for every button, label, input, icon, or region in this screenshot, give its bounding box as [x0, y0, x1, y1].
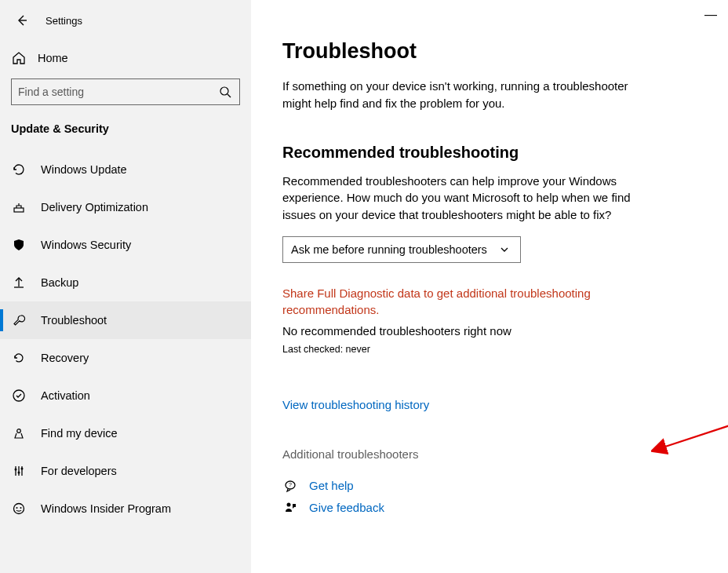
wrench-icon: [11, 312, 27, 328]
sidebar-item-label: Delivery Optimization: [41, 201, 148, 214]
main-content: — Troubleshoot If something on your devi…: [251, 0, 728, 573]
intro-text: If something on your device isn't workin…: [282, 78, 651, 112]
window-title: Settings: [46, 15, 82, 27]
svg-point-20: [287, 502, 291, 506]
svg-point-16: [16, 507, 18, 509]
svg-point-17: [20, 507, 22, 509]
svg-point-8: [17, 429, 21, 433]
minimize-icon[interactable]: —: [704, 8, 717, 22]
svg-rect-3: [14, 208, 24, 212]
sidebar-item-label: Windows Security: [41, 239, 131, 251]
sidebar-item-label: Activation: [41, 389, 90, 402]
back-arrow-icon: [14, 13, 30, 28]
sidebar: Settings Home Update & Security Windows …: [0, 0, 251, 573]
no-recommended-text: No recommended troubleshooters right now: [282, 324, 697, 338]
backup-icon: [11, 275, 27, 290]
svg-point-14: [21, 468, 24, 470]
title-bar: Settings: [0, 5, 251, 42]
search-icon: [217, 84, 233, 100]
feedback-icon: [282, 500, 298, 516]
sidebar-item-delivery[interactable]: Delivery Optimization: [0, 188, 251, 226]
developer-icon: [11, 463, 27, 479]
sidebar-item-windows-update[interactable]: Windows Update: [0, 151, 251, 188]
svg-point-1: [220, 87, 228, 95]
chevron-down-icon: [497, 242, 512, 257]
sidebar-item-activation[interactable]: Activation: [0, 377, 251, 414]
insider-icon: [11, 501, 27, 516]
home-icon: [11, 50, 27, 66]
get-help-row[interactable]: ? Get help: [282, 478, 697, 494]
svg-text:?: ?: [289, 482, 292, 487]
feedback-row[interactable]: Give feedback: [282, 500, 697, 516]
sidebar-item-recovery[interactable]: Recovery: [0, 339, 251, 377]
additional-heading[interactable]: Additional troubleshooters: [282, 447, 697, 461]
recommended-text: Recommended troubleshooters can help imp…: [282, 173, 651, 224]
sidebar-item-troubleshoot[interactable]: Troubleshoot: [0, 301, 251, 339]
svg-line-2: [228, 94, 231, 97]
sidebar-item-developers[interactable]: For developers: [0, 452, 251, 490]
check-circle-icon: [11, 388, 27, 403]
svg-point-15: [14, 504, 24, 514]
sidebar-item-backup[interactable]: Backup: [0, 264, 251, 301]
svg-point-12: [15, 469, 17, 471]
svg-point-7: [13, 390, 24, 401]
search-box[interactable]: [11, 78, 240, 105]
shield-icon: [11, 237, 27, 253]
nav-list: Windows Update Delivery Optimization Win…: [0, 151, 251, 527]
select-value: Ask me before running troubleshooters: [291, 243, 487, 256]
svg-point-13: [18, 472, 20, 474]
sidebar-item-label: Windows Insider Program: [41, 502, 171, 515]
get-help-link[interactable]: Get help: [309, 479, 354, 492]
sidebar-item-label: Windows Update: [41, 163, 127, 176]
sidebar-item-insider[interactable]: Windows Insider Program: [0, 490, 251, 527]
search-input[interactable]: [18, 86, 217, 98]
recovery-icon: [11, 350, 27, 366]
sidebar-item-label: Backup: [41, 276, 78, 289]
troubleshooter-select[interactable]: Ask me before running troubleshooters: [282, 236, 521, 263]
feedback-link[interactable]: Give feedback: [309, 501, 384, 514]
history-link[interactable]: View troubleshooting history: [282, 398, 697, 411]
update-icon: [11, 162, 27, 177]
sidebar-item-label: Recovery: [41, 352, 89, 364]
section-title: Update & Security: [0, 119, 251, 151]
diagnostic-warning: Share Full Diagnostic data to get additi…: [282, 285, 635, 318]
help-icon: ?: [282, 478, 298, 494]
location-icon: [11, 425, 27, 441]
page-title: Troubleshoot: [282, 39, 697, 64]
back-button[interactable]: [9, 8, 35, 33]
last-checked-text: Last checked: never: [282, 344, 697, 355]
recommended-heading: Recommended troubleshooting: [282, 144, 697, 162]
sidebar-item-label: Find my device: [41, 427, 118, 440]
sidebar-item-security[interactable]: Windows Security: [0, 226, 251, 264]
sidebar-item-label: Troubleshoot: [41, 314, 107, 327]
sidebar-item-label: For developers: [41, 465, 117, 477]
delivery-icon: [11, 199, 27, 215]
home-label: Home: [38, 52, 68, 64]
home-nav[interactable]: Home: [0, 42, 251, 74]
sidebar-item-find-device[interactable]: Find my device: [0, 414, 251, 452]
